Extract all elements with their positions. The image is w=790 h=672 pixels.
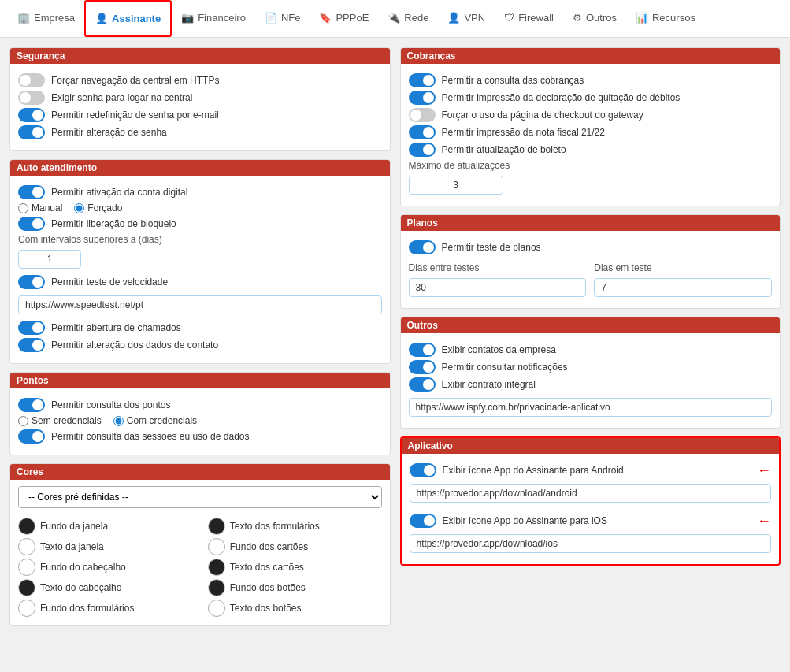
toggle-row: Forçar navegação da central em HTTPs [18, 73, 382, 87]
color-circle-texto-botoes[interactable] [208, 600, 225, 617]
predefined-select[interactable]: -- Cores pré definidas -- [18, 486, 382, 508]
toggle-row: Exibir ícone App do Assinante para iOS [410, 514, 753, 528]
toggle-row: Permitir impressão da declaração de quit… [409, 91, 773, 105]
nav-item-pppoe[interactable]: 🔖 PPPoE [310, 0, 378, 37]
pontos-body: Permitir consulta dos pontos Sem credenc… [10, 398, 390, 444]
toggle-consulta-pontos[interactable] [18, 398, 45, 412]
nav-item-rede[interactable]: 🔌 Rede [378, 0, 438, 37]
toggle-contatos-empresa[interactable] [409, 343, 436, 357]
interval-input[interactable] [18, 250, 81, 269]
color-circle-texto-janela[interactable] [18, 538, 35, 555]
toggle-nota-fiscal[interactable] [409, 125, 436, 139]
toggle-row: Permitir abertura de chamados [18, 321, 382, 335]
color-item: Fundo dos formulários [18, 600, 192, 617]
outros-title: Outros [401, 317, 781, 333]
color-item: Fundo dos cartões [208, 538, 382, 555]
toggle-row: Exigir senha para logar na central [18, 91, 382, 105]
dias-entre-input[interactable] [409, 278, 587, 297]
color-item: Fundo do cabeçalho [18, 559, 192, 576]
cobrancas-body: Permitir a consulta das cobranças Permit… [401, 73, 781, 198]
radio-com-credenciais[interactable]: Com credenciais [113, 415, 197, 426]
toggle-https[interactable] [18, 73, 45, 87]
color-circle-fundo-cartoes[interactable] [208, 538, 225, 555]
right-column: Cobranças Permitir a consulta das cobran… [400, 47, 781, 663]
aplicativo-title: Aplicativo [402, 438, 780, 454]
toggle-chamados[interactable] [18, 321, 45, 335]
max-atualizacoes-input[interactable] [409, 176, 503, 195]
outros-icon: ⚙ [573, 12, 582, 24]
radio-forcado[interactable]: Forçado [74, 202, 122, 213]
toggle-row: Permitir impressão da nota fiscal 21/22 [409, 125, 773, 139]
toggle-checkout-gateway[interactable] [409, 108, 436, 122]
toggle-row: Permitir teste de planos [409, 240, 773, 254]
dias-entre-testes-col: Dias entre testes [409, 259, 587, 300]
cobrancas-section: Cobranças Permitir a consulta das cobran… [400, 47, 781, 206]
toggle-row: Permitir consulta das sessões eu uso de … [18, 429, 382, 444]
color-item: Texto dos formulários [208, 518, 382, 535]
color-circle-texto-formularios[interactable] [208, 518, 225, 535]
toggle-velocidade[interactable] [18, 275, 45, 289]
speed-url-input[interactable] [18, 295, 382, 314]
toggle-row: Permitir redefinição de senha por e-mail [18, 108, 382, 122]
toggle-impressao-declaracao[interactable] [409, 91, 436, 105]
color-circle-fundo-janela[interactable] [18, 518, 35, 535]
auto-atendimento-section: Auto atendimento Permitir ativação da co… [9, 159, 391, 364]
toggle-row: Permitir alteração dos dados de contato [18, 338, 382, 352]
toggle-dados-contato[interactable] [18, 338, 45, 352]
assinante-icon: 👤 [95, 13, 108, 24]
cores-section: Cores -- Cores pré definidas -- Fundo da… [9, 463, 391, 626]
nav-item-firewall[interactable]: 🛡 Firewall [495, 0, 563, 37]
vpn-icon: 👤 [447, 12, 460, 24]
recursos-icon: 📊 [636, 12, 648, 24]
cores-title: Cores [10, 464, 390, 480]
outros-body: Exibir contatos da empresa Permitir cons… [401, 343, 781, 420]
ios-arrow-icon: ← [757, 513, 771, 529]
nav-item-financeiro[interactable]: 📷 Financeiro [172, 0, 255, 37]
toggle-consulta-cobrancas[interactable] [409, 73, 436, 87]
toggle-app-android[interactable] [410, 463, 436, 477]
nav-item-nfe[interactable]: 📄 NFe [255, 0, 310, 37]
pontos-title: Pontos [10, 373, 390, 388]
toggle-row: Exibir contatos da empresa [409, 343, 773, 357]
android-url-input[interactable] [410, 484, 772, 503]
android-arrow-icon: ← [757, 462, 771, 479]
toggle-sessoes[interactable] [18, 429, 45, 444]
toggle-teste-planos[interactable] [409, 240, 436, 254]
toggle-notificacoes[interactable] [409, 360, 436, 374]
ios-url-input[interactable] [410, 534, 772, 553]
toggle-alt-senha[interactable] [18, 125, 45, 139]
nav-item-assinante[interactable]: 👤 Assinante [84, 0, 172, 37]
seguranca-section: Segurança Forçar navegação da central em… [9, 47, 391, 151]
color-circle-fundo-formularios[interactable] [18, 600, 35, 617]
firewall-icon: 🛡 [504, 12, 514, 24]
app-android-row: Exibir ícone App do Assinante para Andro… [410, 460, 772, 481]
color-circle-texto-cartoes[interactable] [208, 559, 225, 576]
left-column: Segurança Forçar navegação da central em… [9, 47, 391, 663]
toggle-senha-logar[interactable] [18, 91, 45, 105]
privacidade-url-input[interactable] [409, 398, 773, 417]
toggle-app-ios[interactable] [410, 514, 436, 528]
color-item: Fundo da janela [18, 518, 192, 535]
toggle-bloqueio[interactable] [18, 217, 45, 231]
color-circle-texto-cabecalho[interactable] [18, 579, 35, 596]
cores-body: -- Cores pré definidas -- Fundo da janel… [10, 486, 390, 617]
nav-item-empresa[interactable]: 🏢 Empresa [8, 0, 84, 37]
color-item: Fundo dos botões [208, 579, 382, 596]
toggle-boleto[interactable] [409, 143, 436, 157]
nav-item-recursos[interactable]: 📊 Recursos [626, 0, 705, 37]
toggle-redef-senha[interactable] [18, 108, 45, 122]
dias-em-input[interactable] [594, 278, 772, 297]
toggle-row: Permitir liberação de bloqueio [18, 217, 382, 231]
toggle-row: Permitir alteração de senha [18, 125, 382, 139]
toggle-contrato-integral[interactable] [409, 377, 436, 392]
color-item: Texto da janela [18, 538, 192, 555]
radio-sem-credenciais[interactable]: Sem credenciais [18, 415, 102, 426]
nav-item-vpn[interactable]: 👤 VPN [438, 0, 495, 37]
planos-body: Permitir teste de planos Dias entre test… [401, 240, 781, 300]
radio-manual[interactable]: Manual [18, 202, 62, 213]
toggle-conta-digital[interactable] [18, 185, 45, 199]
nav-item-outros[interactable]: ⚙ Outros [563, 0, 626, 37]
toggle-row: Permitir ativação da conta digital [18, 185, 382, 199]
color-circle-fundo-cabecalho[interactable] [18, 559, 35, 576]
color-circle-fundo-botoes[interactable] [208, 579, 225, 596]
